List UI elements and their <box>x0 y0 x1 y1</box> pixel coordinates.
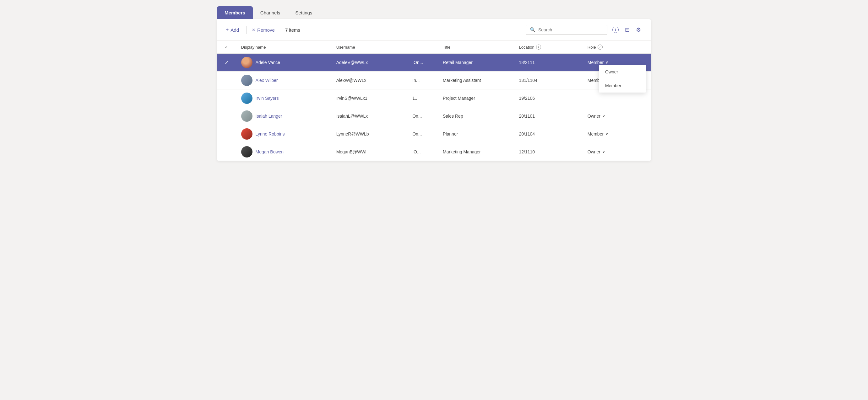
search-box[interactable]: 🔍 <box>526 25 607 35</box>
header-role: Role i <box>583 41 651 54</box>
chevron-down-icon: ∨ <box>606 132 608 136</box>
row-check <box>217 143 236 161</box>
row-check <box>217 71 236 90</box>
role-value: Member <box>588 131 603 136</box>
role-value: Owner <box>588 149 600 154</box>
remove-label: Remove <box>257 27 275 33</box>
row-location: 19/2106 <box>514 90 583 107</box>
add-button[interactable]: + Add <box>226 26 242 34</box>
members-table-wrapper: ✓ Display name Username Title Location i <box>217 41 651 161</box>
row-check <box>217 125 236 143</box>
tab-members[interactable]: Members <box>217 6 253 19</box>
avatar <box>241 57 252 68</box>
role-dropdown-trigger[interactable]: Member ∨ <box>588 60 646 65</box>
row-location: 131/1104 <box>514 71 583 90</box>
tab-bar: Members Channels Settings <box>217 6 651 19</box>
row-username: AdeleV@WWLx <box>331 54 407 71</box>
member-display-name: Alex Wilber <box>256 78 278 83</box>
row-name: Lynne Robbins <box>236 125 331 143</box>
avatar <box>241 146 252 158</box>
location-info-icon[interactable]: i <box>536 44 541 49</box>
row-title: Marketing Manager <box>438 143 514 161</box>
tab-channels[interactable]: Channels <box>253 6 288 19</box>
table-row[interactable]: Alex Wilber AlexW@WWLx In... Marketing A… <box>217 71 651 90</box>
avatar <box>241 93 252 104</box>
row-name: Alex Wilber <box>236 71 331 90</box>
filter-button[interactable]: ⊟ <box>624 25 631 34</box>
row-title: Marketing Assistant <box>438 71 514 90</box>
row-role: Member ∨ Owner Member <box>583 54 651 71</box>
row-domain: .On... <box>407 54 438 71</box>
members-table: ✓ Display name Username Title Location i <box>217 41 651 161</box>
info-icon: i <box>612 27 619 33</box>
chevron-down-icon: ∨ <box>606 60 608 65</box>
header-display-name: Display name <box>236 41 331 54</box>
header-check: ✓ <box>217 41 236 54</box>
row-location: 20/1104 <box>514 125 583 143</box>
info-button[interactable]: i <box>611 25 620 34</box>
add-label: Add <box>230 27 239 33</box>
table-row[interactable]: Irvin Sayers IrvinS@WWLx1 1... Project M… <box>217 90 651 107</box>
row-name: Megan Bowen <box>236 143 331 161</box>
row-check: ✓ <box>217 54 236 71</box>
row-location: 12/1110 <box>514 143 583 161</box>
settings-button[interactable]: ⚙ <box>635 25 642 34</box>
plus-icon: + <box>226 27 228 33</box>
row-title: Sales Rep <box>438 107 514 125</box>
header-location: Location i <box>514 41 583 54</box>
table-header: ✓ Display name Username Title Location i <box>217 41 651 54</box>
row-location: 20/1101 <box>514 107 583 125</box>
role-info-icon[interactable]: i <box>598 44 602 49</box>
app-container: Members Channels Settings + Add ✕ Remove… <box>217 6 651 206</box>
row-domain: On... <box>407 107 438 125</box>
table-body: ✓ Adele Vance AdeleV@WWLx .On... <box>217 54 651 161</box>
member-display-name: Megan Bowen <box>256 149 284 154</box>
row-domain: 1... <box>407 90 438 107</box>
row-location: 18/2111 <box>514 54 583 71</box>
member-display-name: Adele Vance <box>256 60 280 65</box>
role-value: Member <box>588 60 603 65</box>
main-panel: + Add ✕ Remove 7 items 🔍 i <box>217 19 651 161</box>
tab-settings[interactable]: Settings <box>288 6 320 19</box>
row-check <box>217 107 236 125</box>
items-label: items <box>289 27 300 33</box>
row-title: Planner <box>438 125 514 143</box>
role-dropdown-trigger[interactable]: Member ∨ <box>588 131 646 136</box>
avatar <box>241 75 252 86</box>
row-role: Owner ∨ <box>583 143 651 161</box>
row-title: Retail Manager <box>438 54 514 71</box>
row-username: IsaiahL@WWLx <box>331 107 407 125</box>
row-name: Adele Vance <box>236 54 331 71</box>
search-input[interactable] <box>538 27 603 32</box>
header-check-icon: ✓ <box>224 44 228 49</box>
row-name: Irvin Sayers <box>236 90 331 107</box>
toolbar-right: 🔍 i ⊟ ⚙ <box>526 25 642 35</box>
dropdown-item-owner[interactable]: Owner <box>599 65 646 79</box>
row-role: Member ∨ <box>583 125 651 143</box>
role-dropdown-menu: Owner Member <box>599 65 646 93</box>
gear-icon: ⚙ <box>636 26 641 33</box>
table-row[interactable]: Lynne Robbins LynneR@WWLb On... Planner … <box>217 125 651 143</box>
search-icon: 🔍 <box>530 27 536 33</box>
row-check <box>217 90 236 107</box>
role-dropdown-trigger[interactable]: Owner ∨ <box>588 113 646 119</box>
row-title: Project Manager <box>438 90 514 107</box>
row-domain: On... <box>407 125 438 143</box>
avatar <box>241 110 252 122</box>
table-row[interactable]: Megan Bowen MeganB@WWl .O... Marketing M… <box>217 143 651 161</box>
row-username: AlexW@WWLx <box>331 71 407 90</box>
check-icon: ✓ <box>224 60 228 65</box>
remove-button[interactable]: ✕ Remove <box>247 26 280 34</box>
role-dropdown-trigger[interactable]: Owner ∨ <box>588 149 646 154</box>
role-value: Owner <box>588 113 600 119</box>
chevron-down-icon: ∨ <box>602 149 605 154</box>
row-domain: .O... <box>407 143 438 161</box>
row-username: IrvinS@WWLx1 <box>331 90 407 107</box>
chevron-down-icon: ∨ <box>602 114 605 118</box>
table-row[interactable]: ✓ Adele Vance AdeleV@WWLx .On... <box>217 54 651 71</box>
table-row[interactable]: Isaiah Langer IsaiahL@WWLx On... Sales R… <box>217 107 651 125</box>
dropdown-item-member[interactable]: Member <box>599 79 646 93</box>
toolbar-left: + Add ✕ Remove 7 items <box>226 26 526 34</box>
row-role: Owner ∨ <box>583 107 651 125</box>
toolbar: + Add ✕ Remove 7 items 🔍 i <box>217 19 651 41</box>
